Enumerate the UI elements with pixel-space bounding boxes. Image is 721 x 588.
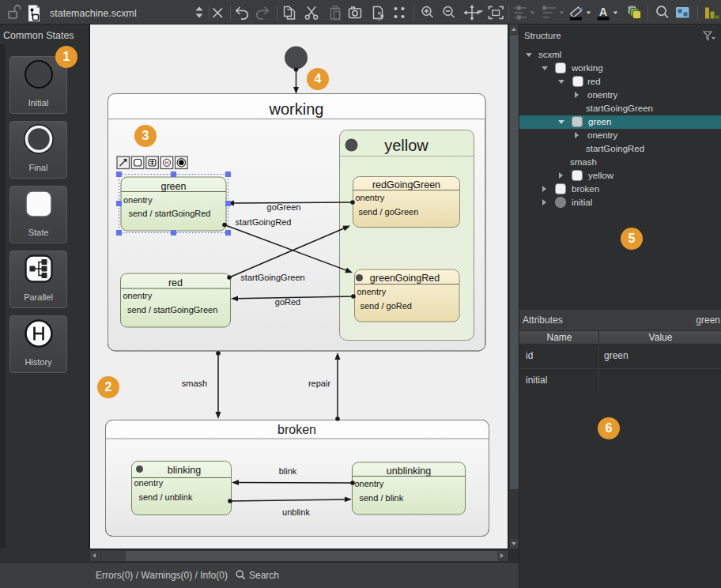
svg-text:onentry: onentry	[123, 195, 153, 205]
svg-text:blink: blink	[279, 466, 297, 476]
svg-text:goGreen: goGreen	[267, 202, 301, 212]
svg-text:startGoingRed: startGoingRed	[236, 217, 292, 227]
svg-text:send / startGoingRed: send / startGoingRed	[129, 209, 211, 218]
svg-text:unblinking: unblinking	[387, 466, 431, 477]
svg-text:send / goGreen: send / goGreen	[359, 207, 419, 217]
svg-text:onentry: onentry	[123, 291, 153, 300]
svg-text:send / goRed: send / goRed	[360, 301, 412, 311]
svg-text:blinking: blinking	[168, 465, 201, 476]
svg-text:onentry: onentry	[357, 287, 387, 296]
svg-text:repair: repair	[308, 379, 330, 388]
svg-text:redGoingGreen: redGoingGreen	[372, 179, 440, 190]
svg-text:green: green	[161, 181, 187, 192]
svg-text:A: A	[599, 6, 608, 18]
svg-text:unblink: unblink	[282, 507, 310, 517]
svg-text:onentry: onentry	[355, 479, 384, 488]
svg-text:greenGoingRed: greenGoingRed	[370, 273, 440, 284]
svg-text:startGoingGreen: startGoingGreen	[240, 273, 304, 282]
svg-text:send / unblink: send / unblink	[139, 492, 193, 502]
svg-text:yellow: yellow	[384, 137, 428, 154]
svg-text:red: red	[168, 277, 183, 288]
svg-text:onentry: onentry	[356, 193, 385, 202]
svg-text:broken: broken	[277, 423, 316, 436]
svg-text:goRed: goRed	[275, 297, 300, 307]
svg-text:statemachine.scxml: statemachine.scxml	[50, 8, 137, 19]
svg-text:send / startGoingGreen: send / startGoingGreen	[127, 305, 217, 315]
svg-text:send / blink: send / blink	[360, 493, 404, 503]
svg-text:onentry: onentry	[134, 478, 164, 488]
svg-text:working: working	[269, 100, 324, 118]
svg-text:smash: smash	[182, 379, 207, 388]
